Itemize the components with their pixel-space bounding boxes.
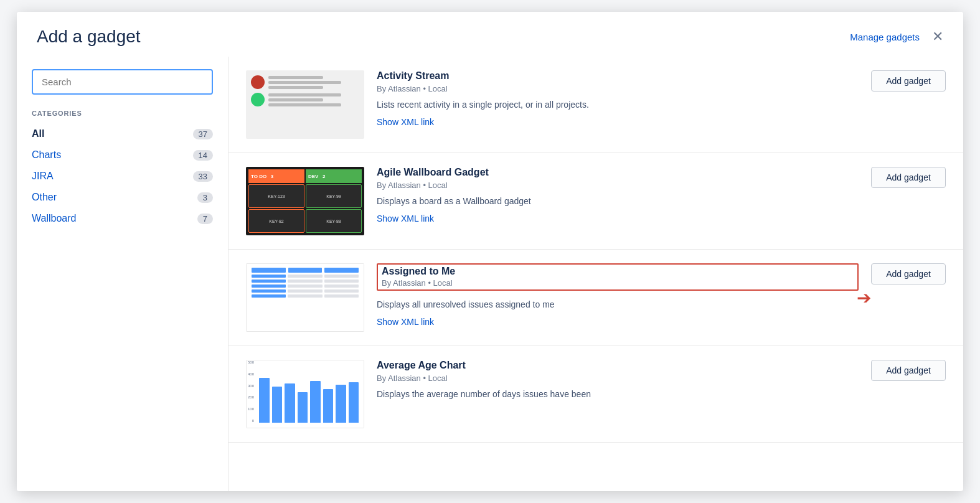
assigned-row bbox=[252, 294, 359, 298]
assigned-header-row bbox=[252, 268, 359, 273]
category-label-charts: Charts bbox=[32, 149, 61, 161]
category-badge-wallboard: 7 bbox=[197, 214, 213, 224]
show-xml-link[interactable]: Show XML link bbox=[377, 117, 859, 127]
dialog-title: Add a gadget bbox=[37, 27, 141, 47]
gadget-thumbnail-average-age-chart: 500 400 300 200 100 0 bbox=[246, 360, 364, 428]
wallboard-dev-header: DEV 2 bbox=[306, 169, 362, 183]
thumb-line bbox=[268, 81, 341, 84]
assigned-row bbox=[252, 280, 359, 283]
cell bbox=[324, 289, 359, 293]
chart-bar bbox=[310, 381, 321, 423]
assigned-row bbox=[252, 289, 359, 293]
cell bbox=[252, 275, 286, 278]
col-label bbox=[324, 268, 359, 273]
wallboard-card: KEY-123 bbox=[248, 184, 304, 208]
red-arrow-icon: ➔ bbox=[857, 288, 871, 308]
wallboard-card: KEY-88 bbox=[306, 209, 362, 233]
avatar-icon bbox=[251, 75, 265, 89]
category-badge-other: 3 bbox=[197, 192, 213, 203]
gadget-item-activity-stream: Activity Stream By Atlassian • Local Lis… bbox=[229, 57, 963, 153]
col-label bbox=[252, 268, 286, 273]
thumbnail-preview: TO DO 3 DEV 2 KEY-123 KEY-99 KEY-82 KEY-… bbox=[246, 167, 364, 235]
dialog-body: CATEGORIES All 37 Charts 14 JIRA 33 Othe… bbox=[17, 57, 963, 491]
y-tick: 200 bbox=[248, 395, 254, 399]
gadget-item-agile-wallboard: TO DO 3 DEV 2 KEY-123 KEY-99 KEY-82 KEY-… bbox=[229, 153, 963, 250]
cell bbox=[252, 284, 286, 288]
y-tick: 0 bbox=[252, 419, 254, 423]
cell bbox=[288, 284, 322, 288]
gadget-description: Displays all unresolved issues assigned … bbox=[377, 299, 859, 309]
add-gadget-button-agile-wallboard[interactable]: Add gadget bbox=[871, 167, 946, 188]
chart-bar bbox=[336, 385, 346, 423]
cell bbox=[252, 280, 286, 283]
chart-bar bbox=[349, 382, 359, 423]
category-badge-jira: 33 bbox=[193, 171, 213, 182]
gadget-name: Assigned to Me bbox=[382, 266, 455, 276]
gadget-thumbnail-activity-stream bbox=[246, 70, 364, 139]
thumb-row bbox=[251, 75, 359, 89]
add-gadget-button-activity-stream[interactable]: Add gadget bbox=[871, 70, 946, 92]
gadget-list: Activity Stream By Atlassian • Local Lis… bbox=[229, 57, 963, 491]
categories-label: CATEGORIES bbox=[32, 110, 213, 117]
thumb-line bbox=[268, 76, 323, 79]
sidebar-item-jira[interactable]: JIRA 33 bbox=[32, 166, 213, 187]
gadget-meta: By Atlassian • Local bbox=[377, 84, 859, 93]
close-button[interactable]: ✕ bbox=[932, 30, 943, 44]
gadget-name: Agile Wallboard Gadget bbox=[377, 167, 859, 178]
thumbnail-preview: 500 400 300 200 100 0 bbox=[246, 360, 364, 428]
gadget-name-highlighted-box: Assigned to Me By Atlassian • Local bbox=[377, 263, 859, 291]
y-tick: 400 bbox=[248, 372, 254, 376]
gadget-meta: By Atlassian • Local bbox=[377, 374, 859, 383]
sidebar-item-wallboard[interactable]: Wallboard 7 bbox=[32, 208, 213, 229]
chart-bar bbox=[272, 387, 283, 423]
gadget-description: Displays the average number of days issu… bbox=[377, 389, 859, 399]
gadget-info-agile-wallboard: Agile Wallboard Gadget By Atlassian • Lo… bbox=[377, 167, 859, 223]
col-label bbox=[288, 268, 323, 273]
cell bbox=[288, 294, 322, 298]
cell bbox=[288, 280, 322, 283]
cell bbox=[288, 275, 322, 278]
sidebar-item-all[interactable]: All 37 bbox=[32, 123, 213, 144]
y-tick: 500 bbox=[248, 360, 254, 364]
cell bbox=[324, 284, 359, 288]
gadget-meta: By Atlassian • Local bbox=[382, 278, 453, 288]
gadget-item-assigned-to-me: Assigned to Me By Atlassian • Local Disp… bbox=[229, 250, 963, 346]
add-gadget-button-average-age-chart[interactable]: Add gadget bbox=[871, 360, 946, 381]
y-tick: 100 bbox=[248, 407, 254, 411]
manage-gadgets-link[interactable]: Manage gadgets bbox=[850, 32, 920, 42]
show-xml-link[interactable]: Show XML link bbox=[377, 214, 859, 223]
chart-bar bbox=[298, 392, 308, 423]
gadget-thumbnail-assigned-to-me bbox=[246, 263, 364, 332]
sidebar: CATEGORIES All 37 Charts 14 JIRA 33 Othe… bbox=[17, 57, 229, 491]
category-label-other: Other bbox=[32, 192, 57, 203]
gadget-info-activity-stream: Activity Stream By Atlassian • Local Lis… bbox=[377, 70, 859, 127]
wallboard-card: KEY-99 bbox=[306, 184, 362, 208]
category-label-jira: JIRA bbox=[32, 171, 54, 182]
thumb-line bbox=[268, 98, 323, 101]
dialog-header: Add a gadget Manage gadgets ✕ bbox=[17, 12, 963, 57]
sidebar-item-charts[interactable]: Charts 14 bbox=[32, 144, 213, 166]
thumb-line bbox=[268, 103, 341, 106]
gadget-info-average-age-chart: Average Age Chart By Atlassian • Local D… bbox=[377, 360, 859, 404]
gadget-info-assigned-to-me: Assigned to Me By Atlassian • Local Disp… bbox=[377, 263, 859, 327]
chart-bar bbox=[323, 389, 334, 423]
thumbnail-preview bbox=[246, 70, 364, 139]
cell bbox=[324, 275, 359, 278]
y-tick: 300 bbox=[248, 384, 254, 388]
wallboard-card: KEY-82 bbox=[248, 209, 304, 233]
assigned-row bbox=[252, 275, 359, 278]
show-xml-link[interactable]: Show XML link bbox=[377, 317, 859, 327]
gadget-thumbnail-agile-wallboard: TO DO 3 DEV 2 KEY-123 KEY-99 KEY-82 KEY-… bbox=[246, 167, 364, 235]
search-input[interactable] bbox=[32, 69, 213, 95]
header-right: Manage gadgets ✕ bbox=[850, 30, 943, 44]
thumb-lines bbox=[268, 93, 359, 106]
wallboard-todo-header: TO DO 3 bbox=[248, 169, 304, 183]
category-badge-charts: 14 bbox=[193, 150, 213, 161]
gadget-name: Average Age Chart bbox=[377, 360, 859, 371]
gadget-item-average-age-chart: 500 400 300 200 100 0 bbox=[229, 346, 963, 443]
thumb-line bbox=[268, 86, 323, 89]
add-gadget-button-assigned-to-me[interactable]: Add gadget bbox=[871, 263, 946, 284]
sidebar-item-other[interactable]: Other 3 bbox=[32, 187, 213, 208]
cell bbox=[324, 294, 359, 298]
cell bbox=[324, 280, 359, 283]
